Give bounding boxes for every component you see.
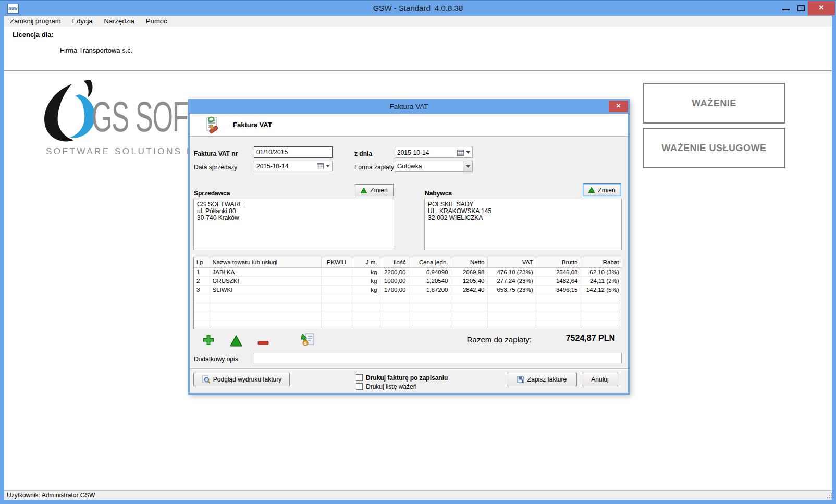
print-preview-button[interactable]: Podgląd wydruku faktury bbox=[193, 373, 290, 386]
issue-date-value: 2015-10-14 bbox=[397, 149, 457, 156]
dialog-close-icon[interactable]: ✕ bbox=[609, 101, 628, 112]
buyer-textbox[interactable]: POLSKIE SADY UL. KRAKOWSKA 145 32-002 WI… bbox=[424, 199, 622, 250]
cancel-button[interactable]: Anuluj bbox=[582, 373, 618, 386]
column-header[interactable]: Netto bbox=[451, 257, 487, 267]
main-window: GSW GSW - Standard 4.0.8.38 ✕ Zamknij pr… bbox=[0, 0, 836, 504]
table-row[interactable]: 3ŚLIWKI kg1700,001,672002842,40653,75 (2… bbox=[194, 285, 622, 294]
seller-label: Sprzedawca bbox=[194, 190, 230, 197]
calendar-icon[interactable] bbox=[457, 150, 464, 156]
column-header[interactable]: Ilość bbox=[380, 257, 409, 267]
close-icon[interactable]: ✕ bbox=[808, 1, 835, 15]
menubar: Zamknij program Edycja Narzędzia Pomoc bbox=[4, 16, 832, 27]
license-label: Licencja dla: bbox=[13, 31, 54, 39]
column-header[interactable]: Cena jedn. bbox=[409, 257, 451, 267]
change-triangle-icon bbox=[588, 187, 595, 193]
print-invoice-checkbox[interactable] bbox=[356, 374, 363, 381]
dialog-title: Faktura VAT bbox=[190, 101, 628, 113]
change-triangle-icon bbox=[361, 188, 367, 193]
edit-item-icon[interactable] bbox=[230, 335, 242, 347]
dropdown-arrow-icon bbox=[466, 165, 470, 168]
window-title: GSW - Standard 4.0.8.38 bbox=[0, 1, 836, 16]
notes-input[interactable] bbox=[254, 353, 622, 363]
cancel-label: Anuluj bbox=[591, 376, 608, 383]
seller-change-button[interactable]: Zmień bbox=[355, 184, 394, 196]
column-header[interactable]: Nazwa towaru lub usługi bbox=[210, 257, 321, 267]
print-weighings-checkbox[interactable] bbox=[356, 383, 363, 390]
dialog-titlebar[interactable]: Faktura VAT ✕ bbox=[190, 101, 628, 114]
buyer-label: Nabywca bbox=[425, 190, 452, 197]
menu-item-pomoc[interactable]: Pomoc bbox=[140, 16, 173, 27]
column-header[interactable]: VAT bbox=[487, 257, 536, 267]
svg-text:$: $ bbox=[304, 341, 307, 346]
table-empty-row bbox=[194, 303, 622, 312]
wazenie-button[interactable]: WAŻENIE bbox=[643, 83, 785, 124]
calendar-icon[interactable] bbox=[317, 163, 324, 169]
invoice-no-input[interactable] bbox=[254, 146, 333, 158]
column-header[interactable]: J.m. bbox=[352, 257, 380, 267]
sale-date-picker[interactable]: 2015-10-14 bbox=[254, 161, 333, 171]
issue-date-label: z dnia bbox=[354, 150, 372, 157]
menu-item-narzedzia[interactable]: Narzędzia bbox=[99, 16, 141, 27]
statusbar: Użytkownik: Administrator GSW bbox=[4, 490, 832, 500]
total-due-label: Razem do zapłaty: bbox=[467, 335, 532, 344]
footer-separator bbox=[190, 368, 628, 370]
buyer-change-label: Zmień bbox=[598, 187, 615, 194]
menu-item-edycja[interactable]: Edycja bbox=[67, 16, 99, 27]
remove-item-icon[interactable] bbox=[257, 337, 269, 349]
column-header[interactable]: Rabat bbox=[581, 257, 622, 267]
license-panel: Licencja dla: Firma Transportowa s.c. ul… bbox=[4, 27, 832, 70]
invoice-icon bbox=[203, 116, 221, 134]
column-header[interactable]: PKWiU bbox=[321, 257, 352, 267]
items-table: LpNazwa towaru lub usługiPKWiUJ.m.IlośćC… bbox=[194, 257, 622, 330]
table-row[interactable]: 2GRUSZKI kg1000,001,205401205,40277,24 (… bbox=[194, 276, 622, 285]
save-invoice-button[interactable]: Zapisz fakturę bbox=[507, 373, 577, 386]
statusbar-user-text: Użytkownik: Administrator GSW bbox=[7, 491, 95, 499]
table-empty-row bbox=[194, 294, 622, 303]
print-weighings-checkbox-label[interactable]: Drukuj listę ważeń bbox=[366, 383, 416, 390]
maximize-icon[interactable] bbox=[797, 5, 805, 11]
save-icon bbox=[517, 376, 524, 383]
payment-form-value: Gotówka bbox=[397, 163, 463, 170]
window-border-bottom bbox=[0, 500, 836, 504]
license-line-1: Firma Transportowa s.c. bbox=[60, 46, 132, 54]
buyer-change-button[interactable]: Zmień bbox=[583, 183, 621, 196]
table-empty-row bbox=[194, 321, 622, 329]
dropdown-arrow-icon[interactable] bbox=[326, 165, 330, 167]
payment-form-combobox[interactable]: Gotówka bbox=[395, 161, 473, 172]
dropdown-arrow-icon[interactable] bbox=[466, 151, 470, 154]
print-invoice-checkbox-label[interactable]: Drukuj fakturę po zapisaniu bbox=[366, 374, 448, 382]
dialog-header: Faktura VAT bbox=[190, 114, 628, 137]
recalculate-icon[interactable]: $ bbox=[301, 333, 315, 346]
payment-form-label: Forma zapłaty bbox=[354, 164, 394, 171]
notes-label: Dodatkowy opis bbox=[194, 355, 238, 363]
minimize-icon[interactable] bbox=[782, 9, 790, 10]
issue-date-picker[interactable]: 2015-10-14 bbox=[395, 147, 473, 158]
seller-textbox[interactable]: GS SOFTWARE ul. Półłanki 80 30-740 Krakó… bbox=[193, 199, 394, 250]
print-preview-icon bbox=[202, 375, 210, 384]
items-table-container: LpNazwa towaru lub usługiPKWiUJ.m.IlośćC… bbox=[193, 257, 621, 329]
titlebar[interactable]: GSW GSW - Standard 4.0.8.38 ✕ bbox=[0, 0, 836, 16]
items-table-head-row: LpNazwa towaru lub usługiPKWiUJ.m.IlośćC… bbox=[194, 257, 622, 267]
total-due-value: 7524,87 PLN bbox=[566, 334, 615, 343]
items-table-body: 1JABŁKA kg2200,000,940902069,98476,10 (2… bbox=[194, 267, 622, 329]
window-border-right bbox=[832, 16, 836, 504]
resize-grip[interactable] bbox=[825, 493, 830, 498]
wazenie-uslugowe-button[interactable]: WAŻENIE USŁUGOWE bbox=[643, 128, 785, 168]
sale-date-label: Data sprzedaży bbox=[194, 164, 237, 171]
window-border-left bbox=[0, 16, 4, 504]
add-item-icon[interactable] bbox=[203, 334, 214, 346]
column-header[interactable]: Lp bbox=[194, 257, 210, 267]
seller-change-label: Zmień bbox=[370, 187, 387, 194]
combo-dropdown-button[interactable] bbox=[463, 161, 472, 171]
invoice-no-label: Faktura VAT nr bbox=[194, 150, 238, 157]
faktura-vat-dialog: Faktura VAT ✕ Faktura VAT Faktura VAT nr bbox=[188, 99, 630, 395]
menu-item-zamknij-program[interactable]: Zamknij program bbox=[4, 16, 67, 27]
table-row[interactable]: 1JABŁKA kg2200,000,940902069,98476,10 (2… bbox=[194, 267, 622, 276]
table-empty-row bbox=[194, 312, 622, 321]
sale-date-value: 2015-10-14 bbox=[256, 163, 317, 170]
save-invoice-label: Zapisz fakturę bbox=[527, 376, 567, 383]
print-preview-label: Podgląd wydruku faktury bbox=[213, 376, 281, 383]
column-header[interactable]: Brutto bbox=[536, 257, 581, 267]
dialog-header-title: Faktura VAT bbox=[233, 114, 272, 137]
